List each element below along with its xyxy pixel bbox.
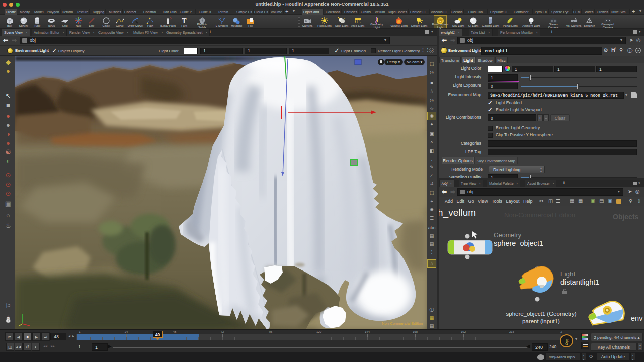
svg-text:T: T bbox=[182, 17, 187, 25]
